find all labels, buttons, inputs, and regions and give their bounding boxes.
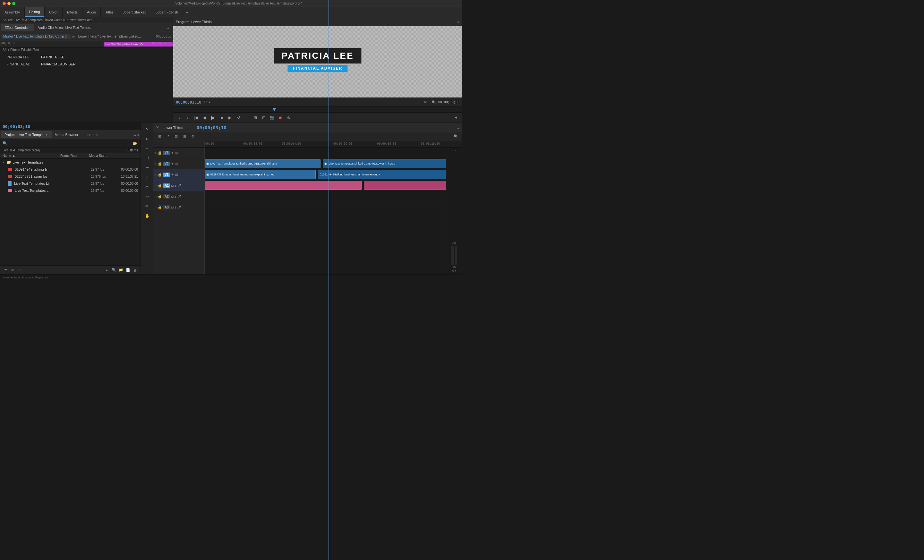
maximize-button[interactable] bbox=[12, 2, 15, 5]
transport-mark-in[interactable]: ⬦ bbox=[176, 114, 182, 121]
v1-expand[interactable]: ▷ bbox=[154, 173, 157, 176]
tool-track-select[interactable]: ↔ bbox=[143, 144, 152, 153]
nav-assembly[interactable]: Assembly bbox=[0, 7, 25, 17]
transport-camera[interactable]: 📷 bbox=[269, 114, 275, 121]
minimize-button[interactable] bbox=[8, 2, 10, 5]
toolbar-delete[interactable]: 🗑 bbox=[132, 267, 138, 273]
file-item-0[interactable]: 010914949-talking-b 29.97 fps 00:00:00:0… bbox=[0, 166, 141, 173]
search-input[interactable] bbox=[9, 142, 130, 145]
a2-lock-icon[interactable]: 🔒 bbox=[158, 195, 162, 199]
toolbar-list-view[interactable]: ≣ bbox=[3, 267, 8, 273]
v1-lock-icon[interactable]: 🔒 bbox=[158, 172, 162, 177]
tool-rolling-edit[interactable]: ⊢ bbox=[143, 163, 152, 172]
transport-add[interactable]: + bbox=[453, 114, 459, 121]
new-folder-icon[interactable]: 📂 bbox=[132, 141, 138, 146]
v3-lock-icon[interactable]: 🔒 bbox=[158, 151, 162, 155]
transport-output[interactable]: ⊡ bbox=[261, 114, 267, 121]
a1-clip-right[interactable] bbox=[364, 181, 446, 190]
a1-lock-icon[interactable]: 🔒 bbox=[158, 183, 162, 188]
tool-ripple-edit[interactable]: ⊣ bbox=[143, 153, 152, 162]
nav-titles[interactable]: Titles bbox=[101, 7, 118, 17]
tl-tool-settings[interactable]: ⚙ bbox=[189, 133, 196, 140]
toolbar-new-bin[interactable]: 📁 bbox=[118, 267, 124, 273]
transport-record[interactable]: ⏺ bbox=[277, 114, 284, 121]
a3-lock-icon[interactable]: 🔒 bbox=[158, 205, 162, 210]
project-expand-icon[interactable]: » bbox=[137, 133, 139, 137]
a2-label-button[interactable]: A2 bbox=[163, 195, 170, 199]
a3-s-button[interactable]: S bbox=[174, 206, 177, 209]
tl-search-icon[interactable]: 🔍 bbox=[452, 133, 459, 140]
v1-label-button[interactable]: V1 bbox=[163, 172, 170, 177]
transport-step-back-far[interactable]: |◀ bbox=[192, 114, 199, 121]
panel-menu-button[interactable]: » bbox=[165, 25, 171, 30]
a1-clip[interactable] bbox=[205, 181, 362, 190]
ruler-track[interactable]: 00;00 00;00;02;00 00;00;04;00 00;00;06;0… bbox=[205, 141, 462, 147]
a1-s-button[interactable]: S bbox=[174, 184, 177, 187]
tl-tool-snap[interactable]: ⊠ bbox=[156, 133, 163, 140]
tool-cursor[interactable]: ↖ bbox=[143, 124, 152, 133]
file-item-3[interactable]: Live Text Templates Li 29.97 fps 00:00:0… bbox=[0, 187, 141, 194]
v2-expand[interactable]: ▷ bbox=[154, 162, 157, 165]
project-settings-icon[interactable]: ≡ bbox=[134, 133, 136, 137]
toolbar-icon-view[interactable]: ⊞ bbox=[10, 267, 15, 273]
transport-step-fwd[interactable]: ▶ bbox=[219, 114, 225, 121]
v1-clip-right[interactable]: 010914949-talking-businessman-interview.… bbox=[318, 170, 446, 179]
toolbar-find[interactable]: 🔍 bbox=[111, 267, 117, 273]
a2-s-button[interactable]: S bbox=[174, 195, 177, 198]
a1-m-button[interactable]: M bbox=[171, 184, 174, 187]
a2-mic-icon[interactable]: 🎤 bbox=[177, 195, 181, 198]
tool-pen[interactable]: ✏ bbox=[143, 201, 152, 210]
tool-hand[interactable]: ✋ bbox=[143, 211, 152, 220]
a1-label-button[interactable]: A1 bbox=[163, 183, 170, 188]
v2-eye-icon[interactable]: 👁 bbox=[171, 162, 174, 166]
scrubber-bar[interactable] bbox=[173, 106, 462, 112]
v2-output-icon[interactable]: ◎ bbox=[175, 162, 178, 166]
v2-clip-left[interactable]: ▣ Live Text Templates Linked Comp 01/Low… bbox=[205, 159, 321, 168]
tab-libraries[interactable]: Libraries bbox=[81, 131, 101, 138]
col-framerate-header[interactable]: Frame Rate bbox=[60, 154, 89, 157]
a3-expand[interactable]: ▷ bbox=[154, 206, 157, 209]
nav-jobert-stacked[interactable]: Jobert Stacked bbox=[118, 7, 151, 17]
a3-m-button[interactable]: M bbox=[171, 206, 174, 209]
v2-lock-icon[interactable]: 🔒 bbox=[158, 162, 162, 166]
close-button[interactable] bbox=[3, 2, 6, 5]
nav-more[interactable]: » bbox=[183, 7, 190, 17]
a2-expand[interactable]: ▷ bbox=[154, 195, 157, 198]
transport-safe-margins[interactable]: ⊞ bbox=[252, 114, 259, 121]
file-item-1[interactable]: 022843731-asian-bu 23.976 fps 13:51:37:2… bbox=[0, 173, 141, 180]
mini-clip-bar[interactable]: Live Text Templates Linked Ci bbox=[104, 42, 172, 46]
nav-editing[interactable]: Editing bbox=[25, 7, 45, 17]
toolbar-freeform-view[interactable]: ⊡ bbox=[16, 267, 22, 273]
tool-type[interactable]: T bbox=[143, 221, 152, 230]
v1-clip-left[interactable]: ▣ 022843731-asian-businesswoman-explaini… bbox=[205, 170, 316, 179]
ec-source[interactable]: Master * Live Text Templates Linked Comp… bbox=[1, 34, 71, 39]
col-name-header[interactable]: Name ▲ bbox=[3, 154, 60, 157]
a1-expand[interactable]: ▷ bbox=[154, 184, 157, 187]
transport-loop[interactable]: ↺ bbox=[236, 114, 242, 121]
tab-effect-controls[interactable]: Effect Controls ≡ bbox=[1, 24, 34, 31]
tab-media-browser[interactable]: Media Browser bbox=[52, 131, 81, 138]
v1-output-icon[interactable]: ⊡ bbox=[175, 173, 178, 177]
tool-razor[interactable]: ✂ bbox=[143, 182, 152, 191]
transport-step-fwd-far[interactable]: ▶| bbox=[227, 114, 234, 121]
nav-jobert-fcpish[interactable]: Jobert FCPish bbox=[151, 7, 183, 17]
transport-mark-out[interactable]: ◁ bbox=[184, 114, 190, 121]
v3-output-icon[interactable]: ◎ bbox=[175, 151, 178, 154]
timeline-close-icon[interactable]: ✕ bbox=[156, 126, 159, 130]
pf-zoom-icon[interactable]: 🔍 bbox=[432, 100, 436, 104]
effect-value-1[interactable]: FINANCIAL ADVISER bbox=[41, 62, 76, 66]
tab-audio-clip-mixer[interactable]: Audio Clip Mixer: Live Text Templa... bbox=[34, 24, 98, 31]
tl-tool-markers[interactable]: ⊡ bbox=[172, 133, 180, 140]
transport-step-back[interactable]: ◀ bbox=[201, 114, 207, 121]
col-mediastart-header[interactable]: Media Start bbox=[89, 154, 105, 157]
transport-export[interactable]: ⊕ bbox=[285, 114, 292, 121]
tool-slip[interactable]: ⇔ bbox=[143, 192, 152, 201]
v2-label-button[interactable]: V2 bbox=[163, 162, 170, 166]
nav-color[interactable]: Color bbox=[45, 7, 62, 17]
transport-play[interactable]: ▶ bbox=[209, 114, 217, 121]
a1-mic-icon[interactable]: 🎤 bbox=[177, 184, 181, 187]
tl-tool-labels[interactable]: ⊞ bbox=[181, 133, 188, 140]
a2-m-button[interactable]: M bbox=[171, 195, 174, 198]
v3-eye-icon[interactable]: 👁 bbox=[171, 151, 174, 154]
timeline-menu-button[interactable]: ≡ bbox=[458, 126, 459, 130]
